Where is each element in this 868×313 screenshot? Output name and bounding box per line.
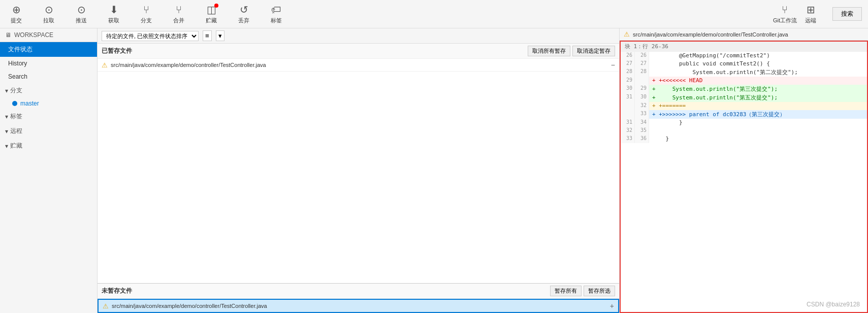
diff-line-num-left: 29 — [621, 77, 635, 85]
diff-header: ⚠ src/main/java/com/example/demo/control… — [620, 28, 868, 41]
diff-line-num-left — [621, 110, 635, 119]
stage-all-btn[interactable]: 暂存所有 — [550, 286, 582, 296]
remote-section-label: 远程 — [10, 127, 22, 135]
pull-icon: ⊙ — [45, 4, 53, 16]
staged-header: 已暂存文件 取消所有暂存 取消选定暂存 — [98, 44, 619, 59]
branch-btn[interactable]: ⑂ 分支 — [136, 4, 156, 24]
discard-btn[interactable]: ↺ 丢弃 — [234, 4, 254, 24]
diff-line-num-right: 35 — [635, 127, 649, 135]
sidebar-item-file-status[interactable]: 文件状态 — [0, 42, 97, 57]
unstaged-file-row[interactable]: ⚠ src/main/java/com/example/demo/control… — [98, 299, 619, 313]
diff-line: 3336 } — [621, 135, 867, 143]
file-status-label: 文件状态 — [8, 46, 33, 53]
diff-content[interactable]: 块 1：行 26-36 2626 @GetMapping("/commitTes… — [621, 42, 867, 312]
diff-line-code: + +>>>>>>> parent of dc03283（第三次提交） — [649, 110, 867, 119]
diff-line-num-right: 27 — [635, 60, 649, 68]
branch-dot — [12, 101, 17, 106]
staged-warn-icon: ⚠ — [102, 61, 108, 69]
staged-minus-btn[interactable]: − — [611, 61, 615, 69]
tag-section-label: 标签 — [10, 112, 22, 121]
stash-btn[interactable]: ◫ 贮藏 — [201, 4, 221, 24]
master-label: master — [20, 100, 39, 107]
diff-line-num-right: 28 — [635, 68, 649, 77]
branch-icon: ⑂ — [143, 4, 149, 16]
branch-section-chevron: ▾ — [5, 87, 8, 94]
search-button[interactable]: 搜索 — [832, 7, 862, 21]
sidebar-item-search[interactable]: Search — [0, 70, 97, 83]
stash-section[interactable]: ▾ 贮藏 — [0, 138, 97, 153]
tag-section[interactable]: ▾ 标签 — [0, 109, 97, 124]
content-area: 待定的文件, 已依照文件状态排序 ≡ ▾ 已暂存文件 取消所有暂存 取消选定暂存… — [98, 28, 619, 313]
diff-line-num-left: 31 — [621, 93, 635, 102]
remote-btn[interactable]: ⊞ 远端 — [805, 4, 816, 24]
stash-section-label: 贮藏 — [10, 142, 22, 150]
remote-section[interactable]: ▾ 远程 — [0, 124, 97, 138]
diff-line-num-left: 31 — [621, 119, 635, 127]
cancel-all-staged-btn[interactable]: 取消所有暂存 — [528, 46, 570, 56]
diff-line-num-right — [635, 77, 649, 85]
diff-line-num-right: 33 — [635, 110, 649, 119]
sidebar-item-history[interactable]: History — [0, 57, 97, 70]
push-btn[interactable]: ⊙ 推送 — [71, 4, 91, 24]
workspace-icon: 🖥 — [5, 31, 11, 39]
commit-icon: ⊕ — [12, 4, 21, 16]
main-toolbar: ⊕ 提交 ⊙ 拉取 ⊙ 推送 ⬇ 获取 ⑂ 分支 ⑂ 合并 ◫ 贮藏 ↺ 丢弃 … — [0, 0, 868, 28]
gitflow-btn[interactable]: ⑂ Git工作流 — [773, 4, 797, 24]
diff-line-num-left: 28 — [621, 68, 635, 77]
unstaged-file-path: src/main/java/com/example/demo/controlle… — [112, 303, 267, 309]
stash-chevron: ▾ — [5, 143, 8, 150]
workspace-header: 🖥 WORKSPACE — [0, 28, 97, 42]
toolbar-right: ⑂ Git工作流 ⊞ 远端 搜索 — [773, 4, 862, 24]
pull-btn[interactable]: ⊙ 拉取 — [39, 4, 59, 24]
staged-title: 已暂存文件 — [102, 47, 526, 55]
tag-chevron: ▾ — [5, 113, 8, 120]
diff-line-code — [649, 127, 867, 135]
diff-line-num-left: 27 — [621, 60, 635, 68]
merge-icon: ⑂ — [176, 4, 182, 16]
diff-line-num-right: 32 — [635, 102, 649, 110]
diff-line-num-right: 36 — [635, 135, 649, 143]
diff-header-title: src/main/java/com/example/demo/controlle… — [633, 31, 788, 38]
remote-chevron: ▾ — [5, 128, 8, 135]
workspace-label: WORKSPACE — [14, 31, 53, 39]
sidebar: 🖥 WORKSPACE 文件状态 History Search ▾ 分支 mas… — [0, 28, 98, 313]
sort-btn[interactable]: ▾ — [216, 30, 224, 41]
diff-panel-inner: 块 1：行 26-36 2626 @GetMapping("/commitTes… — [620, 41, 868, 313]
diff-line-code: public void commitTest2() { — [649, 60, 867, 68]
diff-line-num-right: 29 — [635, 85, 649, 93]
main-area: 🖥 WORKSPACE 文件状态 History Search ▾ 分支 mas… — [0, 28, 868, 313]
diff-line-num-left — [621, 102, 635, 110]
diff-line: 2727 public void commitTest2() { — [621, 60, 867, 68]
fetch-btn[interactable]: ⬇ 获取 — [104, 4, 124, 24]
diff-line-num-left: 26 — [621, 52, 635, 60]
tag-btn[interactable]: 🏷 标签 — [266, 4, 286, 24]
diff-line: 32+ +======= — [621, 102, 867, 110]
diff-line-num-left: 33 — [621, 135, 635, 143]
list-view-btn[interactable]: ≡ — [203, 30, 212, 41]
diff-line: 3029+ System.out.println("第三次提交"); — [621, 85, 867, 93]
stage-selected-btn[interactable]: 暂存所选 — [584, 286, 615, 296]
diff-line-code: System.out.println("第二次提交"); — [649, 68, 867, 77]
diff-line-code: + System.out.println("第五次提交"); — [649, 93, 867, 102]
search-label: Search — [8, 73, 27, 80]
remote-icon: ⊞ — [807, 4, 815, 16]
diff-line-code: @GetMapping("/commitTest2") — [649, 52, 867, 60]
gitflow-icon: ⑂ — [782, 4, 788, 16]
merge-btn[interactable]: ⑂ 合并 — [169, 4, 189, 24]
unstaged-section: 未暂存文件 暂存所有 暂存所选 ⚠ src/main/java/com/exam… — [98, 283, 619, 313]
cancel-selected-staged-btn[interactable]: 取消选定暂存 — [572, 46, 615, 56]
discard-icon: ↺ — [240, 4, 248, 16]
fetch-icon: ⬇ — [110, 4, 118, 16]
file-filter-select[interactable]: 待定的文件, 已依照文件状态排序 — [102, 31, 199, 41]
diff-line-num-left: 30 — [621, 85, 635, 93]
sidebar-item-master[interactable]: master — [0, 98, 97, 109]
diff-line-code: + +======= — [649, 102, 867, 110]
unstaged-title: 未暂存文件 — [102, 287, 548, 295]
diff-file-icon: ⚠ — [624, 30, 630, 38]
commit-btn[interactable]: ⊕ 提交 — [6, 4, 26, 24]
unstaged-warn-icon: ⚠ — [103, 302, 109, 310]
staged-file-row[interactable]: ⚠ src/main/java/com/example/demo/control… — [98, 59, 619, 72]
diff-line-num-right: 34 — [635, 119, 649, 127]
branch-section[interactable]: ▾ 分支 — [0, 83, 97, 98]
unstaged-plus-btn[interactable]: + — [610, 302, 614, 310]
